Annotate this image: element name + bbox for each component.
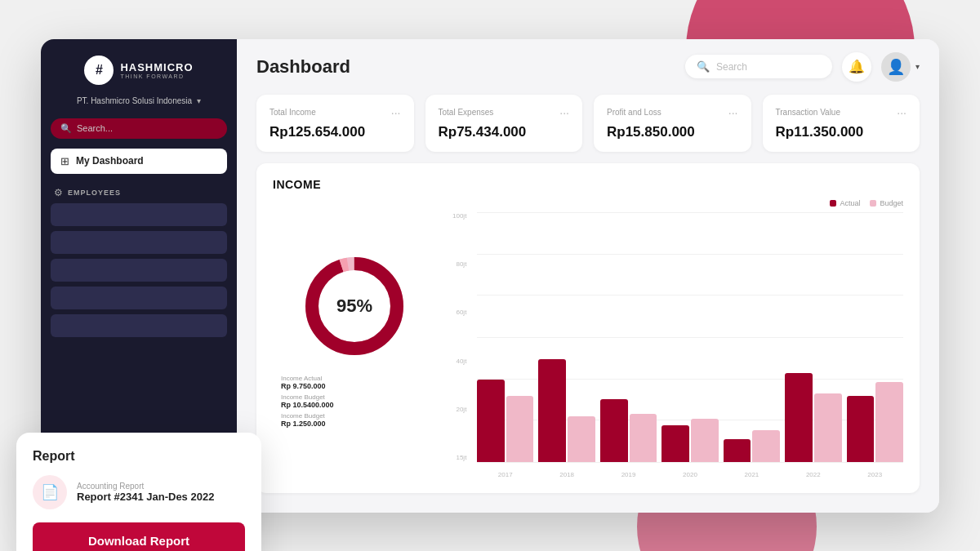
legend-item: Income Budget Rp 10.5400.000 — [281, 393, 428, 409]
kpi-value: Rp15.850.000 — [607, 124, 738, 140]
bar-actual — [785, 373, 813, 462]
y-axis-label: 15jt — [456, 454, 466, 461]
bar-group — [600, 399, 657, 462]
y-axis: 100jt80jt60jt40jt20jt15jt — [452, 212, 470, 462]
legend-value: Rp 10.5400.000 — [281, 401, 428, 409]
donut-chart: 95% — [297, 249, 412, 363]
x-axis-label: 2021 — [724, 471, 780, 478]
search-icon: 🔍 — [697, 60, 710, 73]
logo-text: HASHMICRO THINK FORWARD — [120, 61, 193, 79]
sidebar-logo-area: # HASHMICRO THINK FORWARD PT. Hashmicro … — [41, 39, 237, 118]
x-labels: 2017201820192020202120222023 — [477, 471, 903, 478]
income-title: INCOME — [273, 178, 903, 191]
kpi-menu-button[interactable]: ··· — [391, 106, 401, 119]
employees-section-header: ⚙ EMPLOYEES — [51, 179, 227, 203]
employees-icon: ⚙ — [54, 187, 63, 198]
y-axis-label: 60jt — [456, 309, 466, 316]
search-icon: 🔍 — [60, 123, 72, 134]
y-axis-label: 20jt — [456, 406, 466, 413]
kpi-menu-button[interactable]: ··· — [559, 106, 569, 119]
bar-budget — [814, 393, 842, 462]
topbar: Dashboard 🔍 🔔 👤 ▾ — [237, 39, 939, 95]
kpi-label: Total Expenses — [439, 108, 494, 117]
nav-skeleton-1[interactable] — [51, 203, 227, 226]
bar-budget — [752, 430, 780, 462]
legend-dot — [870, 200, 876, 207]
report-type: Accounting Report — [77, 482, 214, 491]
download-report-button[interactable]: Download Report — [33, 522, 245, 551]
donut-legend: Income Actual Rp 9.750.000 Income Budget… — [273, 375, 436, 428]
donut-center: 95% — [336, 295, 372, 317]
kpi-label: Total Income — [270, 108, 316, 117]
chart-legend: Actual Budget — [452, 199, 903, 207]
search-bar[interactable]: 🔍 — [685, 55, 832, 78]
sidebar-search-input[interactable] — [77, 123, 217, 133]
bar-budget — [506, 396, 534, 462]
x-axis-label: 2017 — [477, 471, 533, 478]
legend-label: Actual — [840, 199, 860, 207]
nav-item-dashboard[interactable]: ⊞ My Dashboard — [51, 149, 227, 174]
legend-label: Income Budget — [281, 412, 428, 420]
company-name: PT. Hashmicro Solusi Indonesia — [77, 96, 192, 105]
bar-pair — [847, 382, 903, 462]
kpi-value: Rp11.350.000 — [776, 124, 907, 140]
sidebar-search-bar[interactable]: 🔍 — [51, 118, 227, 139]
bar-actual — [477, 380, 505, 462]
report-meta: Accounting Report Report #2341 Jan-Des 2… — [77, 482, 214, 503]
kpi-label: Transaction Value — [776, 108, 841, 117]
dashboard-icon: ⊞ — [60, 155, 69, 167]
y-axis-label: 100jt — [452, 212, 466, 220]
nav-skeleton-5[interactable] — [51, 314, 227, 337]
nav-skeleton-4[interactable] — [51, 287, 227, 309]
notification-button[interactable]: 🔔 — [842, 52, 871, 82]
x-axis-label: 2019 — [600, 471, 657, 478]
bar-group — [477, 380, 533, 462]
file-icon: 📄 — [33, 475, 67, 509]
report-card: Report 📄 Accounting Report Report #2341 … — [16, 433, 261, 551]
bar-group — [847, 382, 903, 462]
y-axis-label: 80jt — [456, 260, 466, 268]
x-axis-label: 2022 — [785, 471, 841, 478]
logo-tagline: THINK FORWARD — [120, 73, 193, 79]
bar-budget — [691, 419, 719, 462]
grid-line — [477, 295, 903, 295]
bar-budget — [568, 416, 595, 462]
logo-icon: # — [84, 56, 114, 85]
document-icon: 📄 — [41, 483, 59, 501]
legend-value: Rp 1.250.000 — [281, 420, 428, 428]
main-content: Dashboard 🔍 🔔 👤 ▾ — [237, 39, 939, 513]
bar-actual — [600, 399, 628, 462]
nav-skeleton-3[interactable] — [51, 259, 227, 282]
report-name: Report #2341 Jan-Des 2022 — [77, 491, 214, 503]
kpi-card: Profit and Loss ··· Rp15.850.000 — [594, 95, 751, 152]
kpi-menu-button[interactable]: ··· — [897, 106, 906, 119]
bars-area — [477, 359, 903, 462]
kpi-card: Total Expenses ··· Rp75.434.000 — [425, 95, 583, 152]
kpi-row: Total Income ··· Rp125.654.000 Total Exp… — [237, 95, 939, 163]
search-input[interactable] — [716, 61, 821, 73]
report-info: 📄 Accounting Report Report #2341 Jan-Des… — [33, 475, 245, 509]
kpi-menu-button[interactable]: ··· — [728, 106, 738, 119]
bar-pair — [477, 380, 533, 462]
legend-label: Budget — [880, 199, 903, 207]
donut-percent: 95% — [336, 295, 372, 316]
nav-skeleton-2[interactable] — [51, 231, 227, 254]
company-selector[interactable]: PT. Hashmicro Solusi Indonesia ▾ — [77, 96, 201, 105]
kpi-header: Total Income ··· — [270, 106, 401, 119]
bar-pair — [724, 430, 780, 462]
kpi-card: Transaction Value ··· Rp11.350.000 — [763, 95, 920, 152]
donut-chart-area: 95% Income Actual Rp 9.750.000 Income Bu… — [273, 199, 436, 478]
bar-group — [538, 359, 595, 462]
bar-pair — [785, 373, 841, 462]
bar-pair — [662, 419, 718, 462]
chevron-down-icon: ▾ — [197, 96, 201, 105]
logo: # HASHMICRO THINK FORWARD — [84, 56, 193, 85]
grid-line — [477, 254, 903, 255]
avatar-button[interactable]: 👤 ▾ — [881, 52, 920, 82]
kpi-header: Total Expenses ··· — [439, 106, 570, 119]
income-body: 95% Income Actual Rp 9.750.000 Income Bu… — [273, 199, 903, 478]
x-axis-label: 2023 — [847, 471, 903, 478]
page-title: Dashboard — [256, 56, 350, 78]
chart-legend-item: Actual — [830, 199, 860, 207]
chart-legend-item: Budget — [870, 199, 903, 207]
